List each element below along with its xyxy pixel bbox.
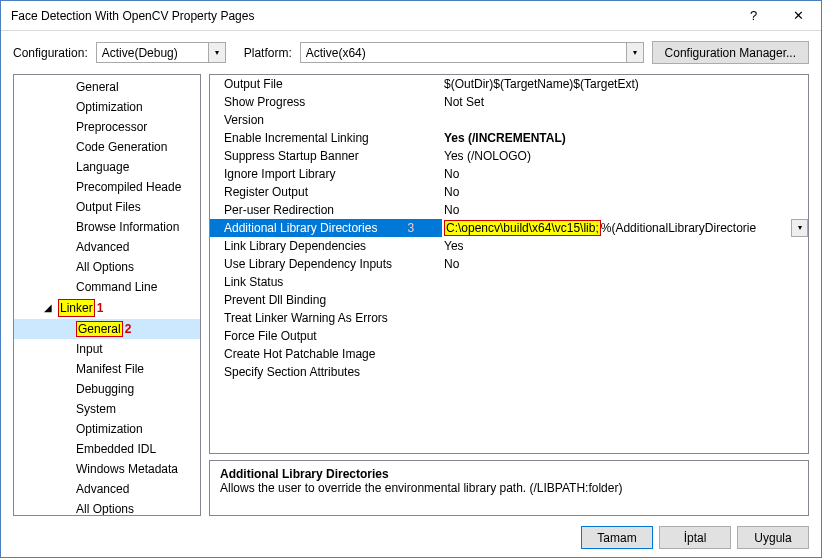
tree-item[interactable]: Advanced: [14, 479, 200, 499]
configuration-combo[interactable]: Active(Debug) ▾: [96, 42, 226, 63]
property-row[interactable]: Link Library DependenciesYes: [210, 237, 808, 255]
ok-button[interactable]: Tamam: [581, 526, 653, 549]
tree-item[interactable]: Code Generation: [14, 137, 200, 157]
tree-item-general[interactable]: General2: [14, 319, 200, 339]
chevron-down-icon: ▾: [208, 43, 225, 62]
platform-value: Active(x64): [306, 46, 366, 60]
tree-item[interactable]: Preprocessor: [14, 117, 200, 137]
property-row[interactable]: Link Status: [210, 273, 808, 291]
tree-item[interactable]: Optimization: [14, 419, 200, 439]
property-row[interactable]: Register OutputNo: [210, 183, 808, 201]
tree-item[interactable]: General: [14, 77, 200, 97]
tree-item[interactable]: Debugging: [14, 379, 200, 399]
tree-item[interactable]: Manifest File: [14, 359, 200, 379]
property-row[interactable]: Specify Section Attributes: [210, 363, 808, 381]
cancel-button[interactable]: İptal: [659, 526, 731, 549]
description-body: Allows the user to override the environm…: [220, 481, 798, 495]
property-row[interactable]: Use Library Dependency InputsNo: [210, 255, 808, 273]
description-panel: Additional Library Directories Allows th…: [209, 460, 809, 516]
expander-icon[interactable]: ◢: [44, 300, 54, 316]
property-row[interactable]: Force File Output: [210, 327, 808, 345]
tree-item[interactable]: Embedded IDL: [14, 439, 200, 459]
tree-item[interactable]: Precompiled Heade: [14, 177, 200, 197]
property-row[interactable]: Ignore Import LibraryNo: [210, 165, 808, 183]
property-row[interactable]: Version: [210, 111, 808, 129]
property-grid[interactable]: Output File$(OutDir)$(TargetName)$(Targe…: [209, 74, 809, 454]
configuration-label: Configuration:: [13, 46, 88, 60]
tree-item[interactable]: All Options: [14, 257, 200, 277]
tree-item[interactable]: System: [14, 399, 200, 419]
tree: GeneralOptimizationPreprocessorCode Gene…: [14, 75, 200, 516]
property-row[interactable]: Prevent Dll Binding: [210, 291, 808, 309]
tree-item[interactable]: Advanced: [14, 237, 200, 257]
tree-item[interactable]: Windows Metadata: [14, 459, 200, 479]
platform-label: Platform:: [244, 46, 292, 60]
tree-item[interactable]: Input: [14, 339, 200, 359]
configuration-value: Active(Debug): [102, 46, 178, 60]
chevron-down-icon[interactable]: ▾: [791, 219, 808, 237]
help-icon[interactable]: ?: [731, 1, 776, 31]
tree-item[interactable]: Browse Information: [14, 217, 200, 237]
tree-panel[interactable]: GeneralOptimizationPreprocessorCode Gene…: [13, 74, 201, 516]
window-title: Face Detection With OpenCV Property Page…: [11, 9, 731, 23]
close-icon[interactable]: ✕: [776, 1, 821, 31]
apply-button[interactable]: Uygula: [737, 526, 809, 549]
tree-item[interactable]: Optimization: [14, 97, 200, 117]
config-bar: Configuration: Active(Debug) ▾ Platform:…: [1, 31, 821, 74]
property-row[interactable]: Show ProgressNot Set: [210, 93, 808, 111]
title-bar: Face Detection With OpenCV Property Page…: [1, 1, 821, 31]
property-row[interactable]: Suppress Startup BannerYes (/NOLOGO): [210, 147, 808, 165]
property-row[interactable]: Treat Linker Warning As Errors: [210, 309, 808, 327]
main-area: GeneralOptimizationPreprocessorCode Gene…: [1, 74, 821, 516]
tree-item-linker[interactable]: ◢Linker1: [14, 297, 200, 319]
tree-item[interactable]: All Options: [14, 499, 200, 516]
tree-item[interactable]: Output Files: [14, 197, 200, 217]
property-row[interactable]: Create Hot Patchable Image: [210, 345, 808, 363]
description-title: Additional Library Directories: [220, 467, 798, 481]
property-row[interactable]: Enable Incremental LinkingYes (/INCREMEN…: [210, 129, 808, 147]
tree-item[interactable]: Command Line: [14, 277, 200, 297]
platform-combo[interactable]: Active(x64) ▾: [300, 42, 644, 63]
property-row[interactable]: Output File$(OutDir)$(TargetName)$(Targe…: [210, 75, 808, 93]
property-row-selected[interactable]: Additional Library Directories 3C:\openc…: [210, 219, 808, 237]
configuration-manager-button[interactable]: Configuration Manager...: [652, 41, 809, 64]
property-row[interactable]: Per-user RedirectionNo: [210, 201, 808, 219]
tree-item[interactable]: Language: [14, 157, 200, 177]
footer: Tamam İptal Uygula: [1, 516, 821, 558]
chevron-down-icon: ▾: [626, 43, 643, 62]
